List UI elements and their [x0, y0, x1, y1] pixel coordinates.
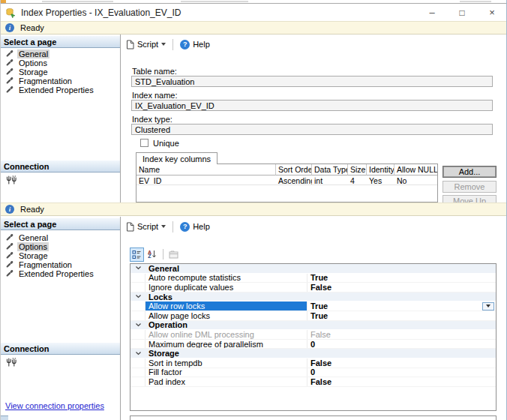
column-header-data-type[interactable]: Data Type	[312, 164, 348, 176]
help-icon: ?	[180, 40, 190, 50]
categorized-icon[interactable]	[130, 248, 144, 262]
window-title: Index Properties - IX_Evaluation_EV_ID	[21, 8, 181, 18]
script-label: Script	[137, 40, 158, 49]
connection-plug-icon	[6, 358, 17, 369]
property-row-sort-in-tempdb[interactable]: Sort in tempdb False	[130, 358, 496, 368]
property-value[interactable]: True	[308, 302, 496, 310]
property-row-pad-index[interactable]: Pad index False	[130, 377, 496, 387]
cell-allow-nulls[interactable]: No	[394, 176, 437, 185]
help-icon: ?	[180, 222, 190, 232]
script-help-toolbar: Script ? Help	[125, 37, 210, 52]
category-row-operation[interactable]: Operation	[130, 321, 496, 331]
sidebar-item-label: Fragmentation	[17, 260, 74, 269]
property-pages-icon	[166, 248, 181, 262]
property-row-allow-row-locks[interactable]: Allow row locks True	[130, 302, 496, 311]
column-header-allow-nulls[interactable]: Allow NULLs	[394, 164, 437, 176]
category-label: Locks	[146, 292, 172, 302]
info-icon: i	[5, 23, 14, 32]
cell-size[interactable]: 4	[348, 176, 367, 185]
sidebar-item-extended-properties[interactable]: Extended Properties	[6, 86, 95, 94]
table-header-row: Name Sort Order Data Type Size Identity …	[136, 164, 437, 176]
collapse-chevron-icon[interactable]	[130, 349, 146, 358]
general-page-view: Index Properties - IX_Evaluation_EV_ID –…	[1, 3, 507, 202]
category-row-locks[interactable]: Locks	[130, 292, 496, 302]
sidebar-item-general[interactable]: General	[6, 233, 50, 242]
tab-index-key-columns[interactable]: Index key columns	[136, 152, 218, 164]
category-row-storage[interactable]: Storage	[130, 349, 496, 358]
wrench-icon	[6, 58, 14, 68]
sidebar-item-options[interactable]: Options	[6, 242, 49, 251]
property-row-ignore-duplicate-values[interactable]: Ignore duplicate values False	[130, 283, 496, 292]
script-button[interactable]: Script	[125, 222, 166, 232]
sidebar-item-label: Options	[17, 58, 49, 68]
alphabetical-sort-icon[interactable]: AZ	[145, 248, 159, 262]
table-name-field[interactable]: STD_Evaluation	[131, 76, 493, 87]
property-label: Pad index	[146, 377, 308, 386]
wrench-icon	[6, 251, 14, 260]
value-dropdown-button[interactable]	[482, 302, 494, 310]
wrench-icon	[6, 260, 14, 269]
property-row-allow-online-dml-processing: Allow online DML processing False	[130, 330, 496, 340]
property-value[interactable]: True	[308, 311, 496, 320]
minimize-button[interactable]: –	[417, 4, 447, 21]
wrench-icon	[6, 242, 14, 251]
index-name-label: Index name:	[132, 91, 178, 100]
script-label: Script	[137, 222, 158, 231]
column-header-name[interactable]: Name	[136, 164, 276, 176]
sidebar-item-extended-properties[interactable]: Extended Properties	[6, 269, 95, 278]
cell-identity[interactable]: Yes	[367, 176, 394, 185]
help-button[interactable]: ? Help	[180, 40, 210, 50]
sidebar-item-general[interactable]: General	[6, 50, 50, 58]
column-header-size[interactable]: Size	[348, 164, 367, 176]
property-label: Sort in tempdb	[146, 358, 308, 368]
unique-checkbox-label: Unique	[153, 139, 179, 148]
titlebar: Index Properties - IX_Evaluation_EV_ID –…	[1, 4, 507, 21]
index-name-field[interactable]: IX_Evaluation_EV_ID	[131, 100, 493, 111]
unique-checkbox[interactable]	[140, 139, 148, 147]
sidebar-item-options[interactable]: Options	[6, 58, 49, 68]
table-row[interactable]: EV_ID Ascending int 4 Yes No	[136, 176, 437, 185]
category-row-general[interactable]: General	[130, 264, 496, 274]
property-value[interactable]: False	[308, 283, 496, 292]
column-header-sort-order[interactable]: Sort Order	[276, 164, 312, 176]
add-button[interactable]: Add...	[442, 166, 496, 178]
property-label: Allow row locks	[146, 302, 308, 310]
property-value[interactable]: 0	[308, 340, 496, 349]
collapse-chevron-icon[interactable]	[130, 264, 146, 273]
collapse-chevron-icon[interactable]	[130, 292, 146, 302]
cell-name[interactable]: EV_ID	[136, 176, 276, 185]
script-button[interactable]: Script	[125, 40, 166, 50]
sidebar-item-fragmentation[interactable]: Fragmentation	[6, 76, 74, 86]
property-value[interactable]: False	[308, 377, 496, 386]
view-connection-properties-link[interactable]: View connection properties	[5, 401, 104, 410]
property-row-auto-recompute-statistics[interactable]: Auto recompute statistics True	[130, 274, 496, 284]
sidebar-item-fragmentation[interactable]: Fragmentation	[6, 260, 74, 269]
ready-statusbar: i Ready	[1, 202, 507, 216]
collapse-chevron-icon[interactable]	[130, 321, 146, 330]
property-row-allow-page-locks[interactable]: Allow page locks True	[130, 311, 496, 321]
column-header-identity[interactable]: Identity	[367, 164, 394, 176]
property-value[interactable]: 0	[308, 368, 496, 377]
select-a-page-label: Select a page	[4, 220, 56, 229]
row-gutter	[130, 377, 146, 386]
maximize-button[interactable]: □	[447, 4, 477, 21]
close-button[interactable]: ×	[477, 4, 507, 21]
property-value[interactable]: False	[308, 358, 496, 368]
sidebar: Select a page General Options Storage Fr…	[1, 217, 121, 420]
sidebar-item-storage[interactable]: Storage	[6, 251, 50, 260]
select-a-page-label: Select a page	[4, 38, 56, 46]
connection-label: Connection	[4, 344, 50, 353]
row-gutter	[130, 358, 146, 368]
cell-data-type[interactable]: int	[312, 176, 348, 185]
index-type-field[interactable]: Clustered	[131, 124, 493, 135]
tab-label: Index key columns	[142, 154, 211, 164]
background-fragment	[42, 1, 113, 2]
move-up-button: Move Up	[442, 195, 496, 202]
cell-sort-order[interactable]: Ascending	[276, 176, 312, 185]
wrench-icon	[6, 269, 14, 278]
property-row-maximum-degree-of-parallelism[interactable]: Maximum degree of parallelism 0	[130, 340, 496, 350]
property-row-fill-factor[interactable]: Fill factor 0	[130, 368, 496, 378]
property-value[interactable]: True	[308, 274, 496, 283]
sidebar-item-storage[interactable]: Storage	[6, 68, 50, 76]
help-button[interactable]: ? Help	[180, 222, 210, 232]
